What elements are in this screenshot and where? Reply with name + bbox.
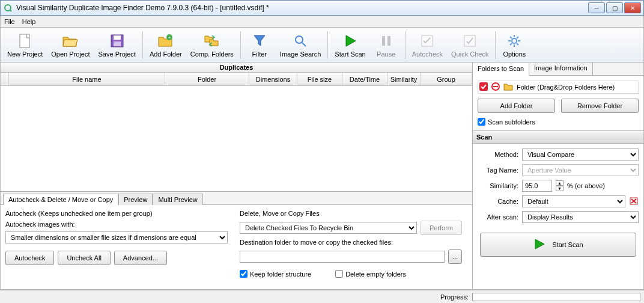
similarity-input[interactable] xyxy=(522,180,552,192)
keep-structure-check[interactable]: Keep folder structure xyxy=(240,270,311,278)
spin-up[interactable]: ▲ xyxy=(556,180,564,186)
new-project-button[interactable]: New Project xyxy=(3,29,47,61)
autocheck-button: Autocheck xyxy=(408,29,447,61)
cache-select[interactable]: Default xyxy=(522,195,625,207)
similarity-label: Similarity: xyxy=(478,182,518,189)
folder-list-row[interactable]: Folder (Drag&Drop Folders Here) xyxy=(478,81,639,94)
tab-preview[interactable]: Preview xyxy=(118,194,153,205)
open-project-button[interactable]: Open Project xyxy=(47,29,94,61)
delete-title: Delete, Move or Copy Files xyxy=(240,210,462,217)
tab-autocheck[interactable]: Autocheck & Delete / Move or Copy xyxy=(3,194,118,205)
svg-rect-12 xyxy=(387,36,390,46)
delete-action-select[interactable]: Delete Checked Files To Recycle Bin xyxy=(240,222,417,234)
grid-body xyxy=(1,86,472,191)
quick-check-icon xyxy=(461,32,478,49)
delete-cache-icon[interactable] xyxy=(629,196,639,207)
maximize-button[interactable]: ▢ xyxy=(606,2,623,13)
advanced-btn[interactable]: Advanced... xyxy=(114,251,167,265)
dest-label: Destination folder to move or copy the c… xyxy=(240,239,462,246)
comp-folders-button[interactable]: Comp. Folders xyxy=(186,29,238,61)
progress-bar xyxy=(472,293,640,301)
perform-btn: Perform xyxy=(421,221,462,235)
title-bar: Visual Similarity Duplicate Image Finder… xyxy=(0,0,644,16)
autocheck-with-label: Autocheck images with: xyxy=(5,221,228,228)
grid-title: Duplicates xyxy=(1,63,472,73)
save-icon xyxy=(109,32,126,49)
add-folder-button[interactable]: +Add Folder xyxy=(145,29,186,61)
tab-folders-to-scan[interactable]: Folders to Scan xyxy=(473,63,529,76)
checked-red-icon xyxy=(479,82,488,92)
col-folder[interactable]: Folder xyxy=(165,73,249,85)
autocheck-desc: Autocheck (Keeps unchecked one item per … xyxy=(5,210,228,217)
image-search-button[interactable]: Image Search xyxy=(276,29,325,61)
pause-button: Pause xyxy=(370,29,402,61)
folder-icon xyxy=(503,82,513,92)
svg-line-20 xyxy=(510,37,512,38)
cache-label: Cache: xyxy=(478,198,518,205)
minimize-button[interactable]: ─ xyxy=(588,2,605,13)
method-select[interactable]: Visual Compare xyxy=(522,148,639,161)
svg-point-8 xyxy=(296,36,303,43)
uncheck-all-btn[interactable]: Uncheck All xyxy=(58,251,110,265)
play-icon xyxy=(342,32,359,49)
col-similarity[interactable]: Similarity xyxy=(387,73,421,85)
tag-select: Aperture Value xyxy=(522,164,639,176)
menu-file[interactable]: File xyxy=(4,18,15,25)
bottom-tab-bar: Autocheck & Delete / Move or Copy Previe… xyxy=(1,192,472,205)
save-project-button[interactable]: Save Project xyxy=(94,29,140,61)
app-icon xyxy=(3,3,13,13)
svg-marker-10 xyxy=(346,35,356,46)
col-group[interactable]: Group xyxy=(421,73,472,85)
svg-line-21 xyxy=(517,43,518,45)
delete-empty-check[interactable]: Delete empty folders xyxy=(335,270,406,278)
filter-button[interactable]: Filter xyxy=(243,29,276,61)
file-icon xyxy=(17,32,34,49)
after-scan-select[interactable]: Display Results xyxy=(522,211,639,223)
remove-folder-btn[interactable]: Remove Folder xyxy=(561,99,639,113)
status-bar: Progress: xyxy=(0,290,644,303)
col-filename[interactable]: File name xyxy=(9,73,165,85)
search-icon xyxy=(292,32,309,49)
dest-folder-input[interactable] xyxy=(240,251,445,263)
autocheck-with-select[interactable]: Smaller dimensions or smaller file sizes… xyxy=(5,231,228,243)
browse-folder-btn[interactable]: ... xyxy=(448,249,462,264)
stop-icon xyxy=(491,82,500,92)
svg-line-1 xyxy=(10,10,11,11)
quick-check-button: Quick Check xyxy=(447,29,493,61)
close-button[interactable]: ✕ xyxy=(624,2,641,13)
options-button[interactable]: Options xyxy=(498,29,530,61)
progress-label: Progress: xyxy=(440,293,469,301)
svg-line-23 xyxy=(517,37,518,38)
autocheck-btn[interactable]: Autocheck xyxy=(5,251,54,265)
start-scan-big-button[interactable]: Start Scan xyxy=(480,233,636,257)
svg-point-15 xyxy=(512,38,517,43)
pause-icon xyxy=(378,32,395,49)
add-folder-btn[interactable]: Add Folder xyxy=(478,99,555,113)
tab-image-info[interactable]: Image Information xyxy=(529,63,593,75)
svg-rect-24 xyxy=(479,82,488,91)
folders-compare-icon xyxy=(204,32,220,49)
folder-plus-icon: + xyxy=(157,32,174,49)
col-dimensions[interactable]: Dimensions xyxy=(249,73,297,85)
funnel-icon xyxy=(251,32,268,49)
tab-multi-preview[interactable]: Multi Preview xyxy=(153,194,202,205)
col-filesize[interactable]: File size xyxy=(297,73,342,85)
scan-section-title: Scan xyxy=(473,130,643,144)
col-datetime[interactable]: Date/Time xyxy=(342,73,387,85)
svg-line-9 xyxy=(302,43,306,46)
spin-down[interactable]: ▼ xyxy=(556,186,564,191)
tag-label: Tag Name: xyxy=(478,167,518,174)
grid-header: File name Folder Dimensions File size Da… xyxy=(1,73,472,86)
menu-help[interactable]: Help xyxy=(22,18,36,25)
scan-subfolders-check[interactable]: Scan subfolders xyxy=(478,118,639,126)
svg-rect-5 xyxy=(114,41,121,46)
svg-line-22 xyxy=(510,43,512,45)
folder-hint: Folder (Drag&Drop Folders Here) xyxy=(517,84,615,91)
window-title: Visual Similarity Duplicate Image Finder… xyxy=(16,4,588,12)
gear-icon xyxy=(506,32,523,49)
folder-open-icon xyxy=(62,32,79,49)
svg-marker-30 xyxy=(535,239,544,249)
method-label: Method: xyxy=(478,151,518,158)
start-scan-button[interactable]: Start Scan xyxy=(330,29,369,61)
svg-text:+: + xyxy=(168,35,171,40)
